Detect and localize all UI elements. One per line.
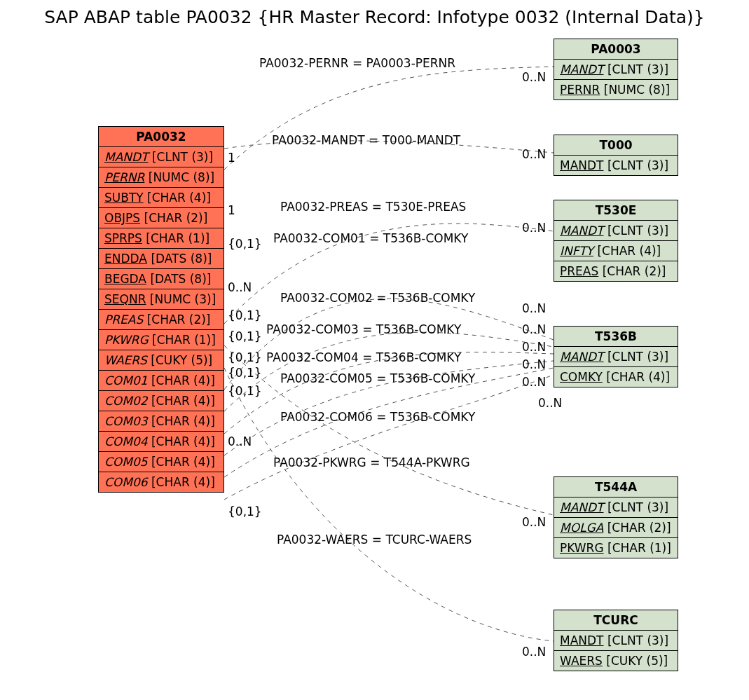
entity-row: PKWRG [CHAR (1)] <box>99 330 224 350</box>
cardinality: {0,1} <box>228 350 262 364</box>
edge-label: PA0032-COM04 = T536B-COMKY <box>266 350 461 364</box>
edge-label: PA0032-COM06 = T536B-COMKY <box>280 410 475 424</box>
entity-row: COM01 [CHAR (4)] <box>99 371 224 391</box>
entity-row: MANDT [CLNT (3)] <box>554 347 678 367</box>
cardinality: 0..N <box>228 280 252 294</box>
edge-label: PA0032-WAERS = TCURC-WAERS <box>277 533 472 547</box>
cardinality: 0..N <box>522 340 546 354</box>
entity-row: MANDT [CLNT (3)] <box>554 631 678 651</box>
entity-row: SPRPS [CHAR (1)] <box>99 228 224 249</box>
entity-row: MANDT [CLNT (3)] <box>99 147 224 167</box>
cardinality: 1 <box>228 151 235 165</box>
cardinality: {0,1} <box>228 384 262 398</box>
entity-row: BEGDA [DATS (8)] <box>99 269 224 289</box>
entity-row: SUBTY [CHAR (4)] <box>99 188 224 208</box>
edge-label: PA0032-COM05 = T536B-COMKY <box>280 371 475 385</box>
entity-row: MANDT [CLNT (3)] <box>554 221 678 241</box>
edge-label: PA0032-PKWRG = T544A-PKWRG <box>273 455 470 469</box>
cardinality: 0..N <box>522 515 546 529</box>
entity-header: T536B <box>554 327 678 347</box>
entity-row: PERNR [NUMC (8)] <box>99 167 224 188</box>
entity-row: MANDT [CLNT (3)] <box>554 60 678 80</box>
entity-row: MANDT [CLNT (3)] <box>554 497 678 518</box>
cardinality: 0..N <box>522 70 546 84</box>
entity-row: COM03 [CHAR (4)] <box>99 411 224 432</box>
cardinality: 0..N <box>522 147 546 161</box>
edge-label: PA0032-COM02 = T536B-COMKY <box>280 291 475 305</box>
entity-row: COM02 [CHAR (4)] <box>99 391 224 411</box>
cardinality: 0..N <box>522 357 546 371</box>
entity-row: COM06 [CHAR (4)] <box>99 472 224 492</box>
entity-row: COM04 [CHAR (4)] <box>99 432 224 452</box>
entity-row: OBJPS [CHAR (2)] <box>99 208 224 228</box>
entity-tcurc: TCURC MANDT [CLNT (3)]WAERS [CUKY (5)] <box>554 610 678 671</box>
entity-row: ENDDA [DATS (8)] <box>99 249 224 269</box>
entity-header: T000 <box>554 135 678 156</box>
entity-header: T530E <box>554 200 678 221</box>
entity-row: COM05 [CHAR (4)] <box>99 452 224 472</box>
entity-t000: T000 MANDT [CLNT (3)] <box>554 135 678 176</box>
cardinality: {0,1} <box>228 308 262 322</box>
cardinality: 0..N <box>522 221 546 235</box>
entity-row: PREAS [CHAR (2)] <box>554 261 678 281</box>
edge-label: PA0032-PREAS = T530E-PREAS <box>280 200 466 214</box>
cardinality: {0,1} <box>228 237 262 251</box>
cardinality: 0..N <box>522 301 546 315</box>
entity-header: TCURC <box>554 610 678 631</box>
entity-row: PERNR [NUMC (8)] <box>554 80 678 99</box>
cardinality: {0,1} <box>228 505 262 519</box>
entity-row: PREAS [CHAR (2)] <box>99 310 224 330</box>
cardinality: 0..N <box>228 434 252 448</box>
cardinality: 0..N <box>522 322 546 336</box>
entity-t544a: T544A MANDT [CLNT (3)]MOLGA [CHAR (2)]PK… <box>554 476 678 558</box>
entity-t530e: T530E MANDT [CLNT (3)]INFTY [CHAR (4)]PR… <box>554 200 678 282</box>
edge-label: PA0032-MANDT = T000-MANDT <box>272 133 460 147</box>
entity-row: WAERS [CUKY (5)] <box>99 350 224 371</box>
entity-pa0032: PA0032 MANDT [CLNT (3)]PERNR [NUMC (8)]S… <box>98 126 224 493</box>
edge-label: PA0032-COM03 = T536B-COMKY <box>266 322 461 336</box>
entity-row: WAERS [CUKY (5)] <box>554 651 678 671</box>
cardinality: 0..N <box>538 396 562 410</box>
entity-header: T544A <box>554 477 678 497</box>
cardinality: 0..N <box>522 375 546 389</box>
cardinality: {0,1} <box>228 366 262 380</box>
entity-row: MOLGA [CHAR (2)] <box>554 518 678 538</box>
entity-pa0003: PA0003 MANDT [CLNT (3)]PERNR [NUMC (8)] <box>554 39 678 100</box>
entity-row: MANDT [CLNT (3)] <box>554 156 678 175</box>
entity-header: PA0003 <box>554 39 678 60</box>
entity-header: PA0032 <box>99 127 224 147</box>
cardinality: 1 <box>228 203 235 217</box>
diagram-title: SAP ABAP table PA0032 {HR Master Record:… <box>0 7 749 27</box>
entity-t536b: T536B MANDT [CLNT (3)]COMKY [CHAR (4)] <box>554 326 678 387</box>
entity-row: SEQNR [NUMC (3)] <box>99 289 224 310</box>
edge-label: PA0032-COM01 = T536B-COMKY <box>273 231 468 245</box>
edge-label: PA0032-PERNR = PA0003-PERNR <box>259 56 455 70</box>
cardinality: 0..N <box>522 645 546 659</box>
entity-row: COMKY [CHAR (4)] <box>554 367 678 387</box>
cardinality: {0,1} <box>228 329 262 343</box>
entity-row: PKWRG [CHAR (1)] <box>554 538 678 558</box>
entity-row: INFTY [CHAR (4)] <box>554 241 678 261</box>
diagram-canvas: SAP ABAP table PA0032 {HR Master Record:… <box>0 0 749 700</box>
